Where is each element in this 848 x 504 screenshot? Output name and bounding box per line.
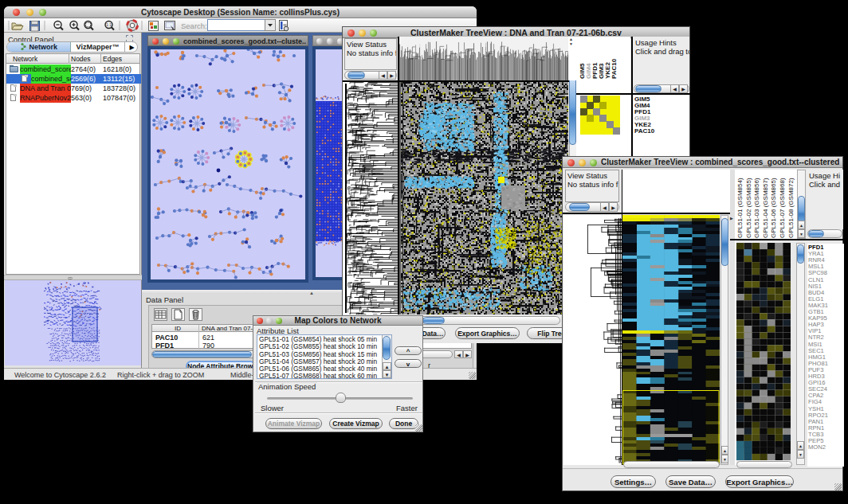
svg-text:1:1: 1:1 bbox=[106, 22, 112, 27]
svg-text:Search:: Search: bbox=[181, 21, 207, 30]
